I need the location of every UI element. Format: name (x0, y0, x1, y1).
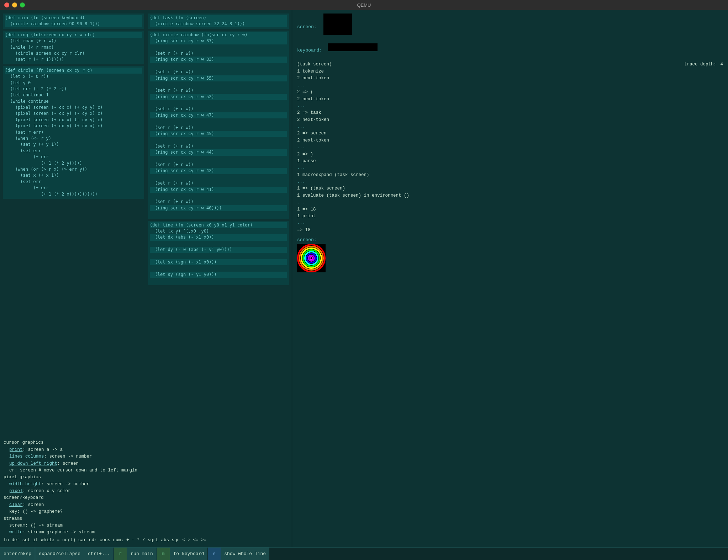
code-columns: (def main (fn (screen keyboard) (circle_… (3, 14, 289, 438)
code-block-line: (def line (fn (screen x0 y0 x1 y1 color)… (148, 221, 289, 286)
keyboard-preview (328, 43, 378, 51)
trace-item-7: 2 => screen (297, 130, 723, 137)
trace-item-16: => 18 (297, 227, 723, 234)
task-screen-label: (task screen) (297, 62, 332, 67)
main-content: (def main (fn (screen keyboard) (circle_… (0, 10, 728, 547)
ctrl-button[interactable]: ctrl+... (84, 548, 114, 560)
ref-lines-cols: lines columns: screen -> number (4, 453, 288, 460)
close-button[interactable] (4, 2, 9, 7)
code-block-ring: (def ring (fn(screen cx cy r w clr) (let… (3, 31, 144, 64)
code-block-main: (def main (fn (screen keyboard) (circle_… (3, 14, 144, 29)
ref-cursor-title: cursor graphics (4, 439, 288, 446)
ref-pixel: pixel: screen x y color (4, 488, 288, 495)
trace-item-4: 2 next-token (297, 96, 723, 103)
trace-ellipsis-3: ... (297, 123, 723, 130)
trace-list: 1 tokenize 2 next-token ... 2 => ( 2 nex… (297, 68, 723, 234)
ref-stream: stream: () -> stream (4, 522, 288, 529)
ref-bottom-line: fn def set if while = no(t) car cdr cons… (4, 537, 288, 544)
code-col-2: (def task (fn (screen) (circle_rainbow s… (148, 14, 289, 438)
trace-item-9: 2 => ) (297, 151, 723, 158)
code-col-1: (def main (fn (screen keyboard) (circle_… (3, 14, 144, 438)
window-controls (4, 2, 25, 7)
screen-bottom-label: screen: (297, 237, 317, 242)
run-main-button[interactable]: run main (127, 548, 157, 560)
trace-item-1: 1 tokenize (297, 68, 723, 75)
ref-print: print: screen a -> a (4, 447, 288, 453)
screen-bottom-section: screen: (297, 237, 723, 274)
screen-top-label: screen: (297, 24, 317, 30)
rainbow-ring-svg (297, 244, 326, 272)
code-block-circle-rainbow: (def circle_rainbow (fn(scr cx cy r w) (… (148, 31, 289, 219)
keyboard-label: keyboard: (297, 48, 322, 53)
ref-pixel-title: pixel graphics (4, 474, 288, 481)
trace-depth-container: trace depth: 4 (684, 62, 723, 67)
code-pane-left: (def main (fn (screen keyboard) (circle_… (0, 10, 292, 547)
trace-ellipsis-6: ... (297, 178, 723, 185)
trace-item-10: 1 parse (297, 158, 723, 165)
show-whole-line-button[interactable]: show whole line (221, 548, 270, 560)
trace-ellipsis-7: ... (297, 199, 723, 206)
code-block-circle: (def circle (fn (screen cx cy r c) (let … (3, 66, 144, 199)
trace-item-13: 1 evaluate (task screen) in environment … (297, 192, 723, 199)
trace-item-14: 1 => 18 (297, 206, 723, 213)
window-title: QEMU (357, 2, 371, 8)
trace-item-8: 2 next-token (297, 137, 723, 144)
trace-item-11: 1 macroexpand (task screen) (297, 172, 723, 178)
toolbar: enter/bksp expand/collapse ctrl+... r ru… (0, 547, 728, 560)
ref-cr: cr: screen # move cursor down and to lef… (4, 467, 288, 474)
trace-ellipsis-8: ... (297, 220, 723, 226)
trace-ellipsis-4: ... (297, 144, 723, 151)
trace-item-5: 2 => task (297, 110, 723, 116)
minimize-button[interactable] (12, 2, 17, 7)
trace-ellipsis-5: ... (297, 165, 723, 171)
m-button[interactable]: m (157, 548, 170, 560)
trace-item-2: 2 next-token (297, 75, 723, 82)
right-panel: screen: keyboard: (task screen) trace de… (292, 10, 728, 547)
ref-clear: clear: screen (4, 502, 288, 508)
ref-screen-kb-title: screen/keyboard (4, 495, 288, 501)
screen-bottom-label-row: screen: (297, 237, 723, 242)
maximize-button[interactable] (20, 2, 25, 7)
trace-section: (task screen) trace depth: 4 1 tokenize … (297, 62, 723, 234)
trace-item-15: 1 print (297, 213, 723, 220)
trace-header: (task screen) trace depth: 4 (297, 62, 723, 67)
ref-updown: up down left right: screen (4, 460, 288, 467)
screen-top-preview (323, 14, 352, 35)
ref-write: write: stream grapheme -> stream (4, 529, 288, 536)
titlebar: QEMU (0, 0, 728, 10)
keyboard-section: keyboard: (297, 43, 723, 58)
reference-section: cursor graphics print: screen a -> a lin… (3, 438, 289, 544)
trace-item-12: 1 => (task screen) (297, 185, 723, 192)
s-button[interactable]: s (208, 548, 221, 560)
trace-item-6: 2 next-token (297, 117, 723, 123)
ref-key: key: () -> grapheme? (4, 508, 288, 515)
trace-item-3: 2 => ( (297, 89, 723, 96)
expand-collapse-button[interactable]: expand/collapse (35, 548, 84, 560)
screen-bottom-preview (297, 244, 326, 272)
ref-streams-title: streams (4, 516, 288, 522)
ref-wh: width height: screen -> number (4, 481, 288, 488)
trace-depth-value: 4 (720, 62, 723, 67)
enter-bksp-button[interactable]: enter/bksp (0, 548, 35, 560)
r-button[interactable]: r (114, 548, 127, 560)
to-keyboard-button[interactable]: to keyboard (170, 548, 208, 560)
trace-ellipsis-2: ... (297, 103, 723, 110)
trace-depth-label: trace depth: (684, 62, 716, 67)
code-block-task: (def task (fn (screen) (circle_rainbow s… (148, 14, 289, 29)
trace-ellipsis-1: ... (297, 82, 723, 89)
screen-top-section: screen: (297, 14, 723, 41)
